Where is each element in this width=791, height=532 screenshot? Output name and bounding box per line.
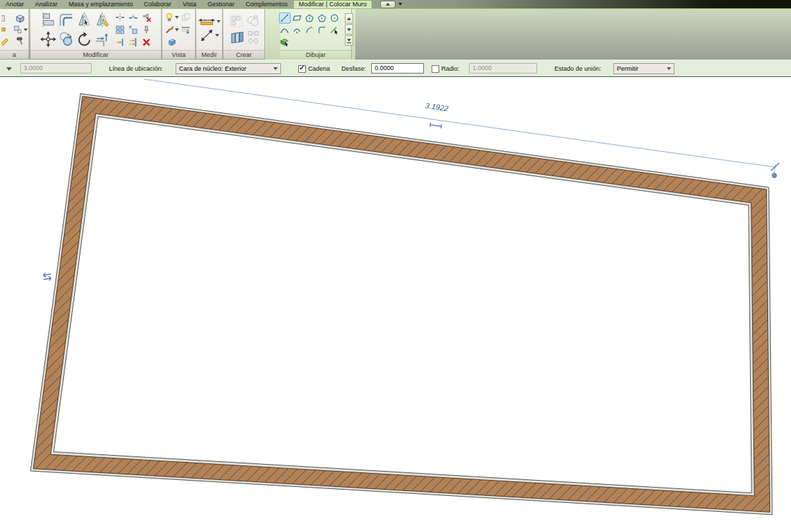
- chain-checkbox[interactable]: [298, 65, 306, 73]
- rotate-icon[interactable]: [76, 31, 92, 47]
- drawing-canvas[interactable]: 3.1922: [0, 77, 791, 532]
- thin-lines-icon[interactable]: [181, 25, 191, 35]
- dimension-grip-dot[interactable]: [772, 173, 776, 178]
- panel-label: Crear: [223, 50, 264, 59]
- ribbon-collapse-button[interactable]: [380, 1, 396, 8]
- measure-diagonal-icon[interactable]: [199, 28, 214, 43]
- revit-window: { "tabbar": { "tabs": [ {"label": "Anota…: [0, 0, 791, 532]
- draw-scroll-up-button[interactable]: [345, 13, 353, 24]
- clipped-ruler-icon[interactable]: [1, 25, 11, 35]
- radius-checkbox[interactable]: [432, 65, 439, 73]
- lightbulb-icon[interactable]: [164, 12, 174, 22]
- trim-multi-icon[interactable]: [128, 37, 138, 47]
- chevron-down-icon[interactable]: [215, 34, 219, 37]
- tab-anotar[interactable]: Anotar: [0, 0, 30, 8]
- dimension-move-grip[interactable]: [430, 123, 442, 128]
- panel-label: a: [0, 50, 28, 59]
- create-similar-icon[interactable]: [246, 14, 260, 28]
- tab-gestionar[interactable]: Gestionar: [202, 0, 240, 8]
- panel-crear: Crear: [223, 9, 265, 59]
- wall-width-field: 3.0000: [20, 63, 92, 74]
- chevron-down-icon[interactable]: [398, 3, 402, 6]
- blue-box-icon[interactable]: [15, 14, 25, 24]
- line-tool-icon: [280, 13, 289, 23]
- clipped-icon[interactable]: [1, 14, 11, 24]
- tab-complementos[interactable]: Complementos: [240, 0, 294, 8]
- chain-label: Cadena: [308, 65, 330, 72]
- chevron-down-icon[interactable]: [175, 16, 179, 19]
- options-bar: 3.0000 Línea de ubicación: Cara de núcle…: [0, 60, 791, 77]
- pick-face-tool[interactable]: [279, 36, 291, 47]
- chevron-down-icon[interactable]: [216, 20, 221, 23]
- array-icon[interactable]: [115, 25, 125, 35]
- scale-icon[interactable]: [128, 25, 138, 35]
- radius-field: 1.0000: [469, 63, 537, 74]
- arc-center-tool[interactable]: [291, 24, 303, 35]
- panel-geometria-clipped: a: [0, 9, 29, 59]
- polygon-circumscribed-tool[interactable]: [316, 12, 328, 24]
- trim-corner-icon[interactable]: [94, 31, 110, 47]
- arc-start-end-icon: [280, 25, 289, 35]
- tab-vista[interactable]: Vista: [177, 0, 202, 8]
- similar-elements-icon[interactable]: [248, 37, 259, 44]
- trim-single-icon[interactable]: [115, 37, 125, 47]
- panel-label: Dibujar: [280, 50, 351, 59]
- clipped-pencil-icon[interactable]: [1, 36, 11, 46]
- polygon-inscribed-icon: [305, 13, 314, 23]
- transfer-icon[interactable]: [248, 30, 259, 37]
- panel-medir: Medir: [196, 9, 223, 59]
- draw-expand-button[interactable]: [345, 35, 353, 46]
- move-icon[interactable]: [40, 31, 56, 47]
- unpin-icon[interactable]: [142, 12, 151, 22]
- mirror-pick-axis-icon[interactable]: [76, 12, 92, 28]
- pick-lines-tool[interactable]: [329, 24, 341, 35]
- copy-icon[interactable]: [58, 31, 74, 47]
- tab-analizar[interactable]: Analizar: [30, 0, 64, 8]
- split-gap-icon[interactable]: [128, 12, 138, 22]
- group-icon[interactable]: [229, 14, 243, 28]
- arc-tangent-icon: [305, 25, 314, 35]
- measure-horizontal-icon[interactable]: [198, 17, 216, 26]
- circle-tool[interactable]: [329, 12, 341, 24]
- chevron-down-icon[interactable]: [175, 28, 179, 31]
- arc-center-icon: [292, 25, 302, 35]
- tab-masa-y-emplazamiento[interactable]: Masa y emplazamiento: [63, 0, 139, 8]
- hammer-icon[interactable]: [15, 36, 25, 46]
- brush-icon[interactable]: [164, 25, 174, 35]
- chevron-down-icon: [667, 67, 671, 70]
- polygon-inscribed-tool[interactable]: [304, 12, 316, 24]
- join-state-select[interactable]: Permitir: [613, 63, 674, 74]
- tab-colaborar[interactable]: Colaborar: [139, 0, 178, 8]
- mirror-draw-axis-icon[interactable]: [94, 12, 110, 28]
- tab-modificar-colocar-muro[interactable]: Modificar | Colocar Muro: [294, 0, 373, 8]
- location-line-select[interactable]: Cara de núcleo: Exterior: [176, 63, 281, 74]
- panel-label: Modificar: [31, 50, 161, 59]
- drawing-area[interactable]: 3.1922: [0, 77, 791, 532]
- pick-face-icon: [280, 37, 289, 46]
- offset-input[interactable]: 0.0000: [371, 63, 424, 74]
- type-selector-dropdown[interactable]: [1, 64, 17, 74]
- align-icon[interactable]: [40, 12, 56, 28]
- rectangle-tool[interactable]: [291, 12, 303, 24]
- arc-tangent-tool[interactable]: [304, 24, 316, 35]
- pin-icon[interactable]: [142, 25, 151, 35]
- delete-icon[interactable]: [142, 37, 151, 47]
- render-icon[interactable]: [181, 12, 191, 22]
- line-tool-selected[interactable]: [279, 12, 291, 24]
- panel-label: Medir: [196, 50, 222, 59]
- view-cube-icon[interactable]: [167, 37, 177, 47]
- cube-subparts-icon[interactable]: [13, 25, 23, 35]
- chevron-down-icon[interactable]: [24, 28, 28, 31]
- split-icon[interactable]: [115, 12, 125, 22]
- panel-dibujar: Dibujar: [280, 9, 352, 59]
- offset-icon[interactable]: [58, 12, 74, 28]
- arc-fillet-tool[interactable]: [316, 24, 328, 35]
- arc-start-end-tool[interactable]: [279, 24, 291, 35]
- draw-scroll-down-button[interactable]: [345, 24, 353, 35]
- dimension-value[interactable]: 3.1922: [425, 101, 449, 113]
- ribbon: a: [0, 9, 791, 60]
- wall-layers-icon[interactable]: [230, 29, 246, 45]
- arc-fillet-icon: [317, 25, 327, 35]
- circle-tool-icon: [330, 13, 339, 23]
- flip-arrows-icon[interactable]: [42, 272, 52, 282]
